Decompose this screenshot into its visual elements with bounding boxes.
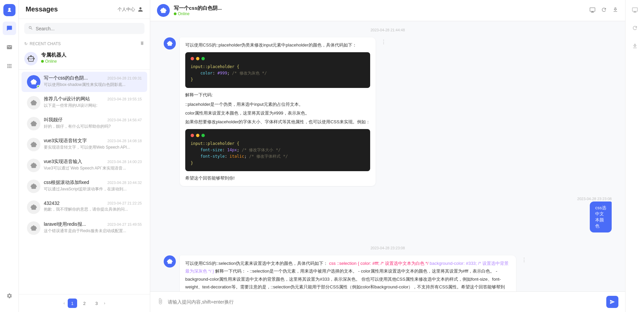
chat-item-time: 2023-04-28 19:55:15 [107, 97, 142, 101]
code-dot-red [191, 134, 194, 137]
chat-item[interactable]: css根据滚动添加fixed 2023-04-28 10:44:32 可以通过J… [22, 176, 147, 196]
chat-item-preview: Vue3可以通过`Web Speech API`来实现语音... [44, 165, 142, 171]
chat-item-name: 432432 [44, 200, 60, 206]
message-group: 2023-04-28 21:44:48 可以使用CSS的::placeholde… [164, 28, 612, 189]
nav-mail-icon[interactable] [3, 40, 16, 54]
featured-chat-name: 专属机器人 [41, 52, 144, 58]
chat-list: 写一个css的白色阴... 2023-04-28 21:09:31 可以使用bo… [19, 70, 150, 294]
chat-item-content: vue3实现语音转文字 2023-04-28 14:08:18 要实现语音转文字… [44, 138, 142, 150]
chat-item-preview: 要实现语音转文字，可以使用Web Speech API... [44, 145, 142, 150]
message-timestamp: 2023-04-28 21:44:48 [164, 28, 612, 32]
right-bar [625, 0, 644, 312]
chat-item-content: 推荐几个ui设计的网站 2023-04-28 19:55:15 以下是一些常用的… [44, 96, 142, 108]
search-box [24, 23, 144, 34]
input-area [150, 291, 625, 312]
bot-bubble-2: 可以使用CSS的::selection伪元素来设置选中文本的颜色，具体代码如下：… [180, 255, 516, 291]
chat-header-name: 写一个css的白色阴... [174, 5, 222, 11]
message-input[interactable] [168, 296, 602, 308]
right-refresh-icon[interactable] [629, 22, 641, 35]
page-btn-1[interactable]: 1 [68, 299, 77, 308]
more-options-icon[interactable]: ⋮ [380, 37, 388, 46]
explanation-line: 如果你想要修改placeholder的字体大小、字体样式等其他属性，也可以使用C… [185, 118, 370, 126]
chat-item-content: css根据滚动添加fixed 2023-04-28 10:44:32 可以通过J… [44, 180, 142, 192]
chat-header-status: Online [174, 11, 222, 16]
chat-item-content: laravel使用redis报... 2023-04-27 15:49:55 这… [44, 221, 142, 234]
explanation-text: 解释一下代码： - ::selection是一个伪元素，用来选中被用户选择的文本… [185, 269, 505, 291]
send-button[interactable] [606, 296, 618, 308]
featured-chat-avatar [24, 52, 38, 65]
code-dot-yellow [196, 134, 199, 137]
download-icon[interactable] [612, 7, 618, 14]
right-monitor-icon[interactable] [629, 4, 641, 17]
code-line: font-size: 14px; /* 修改字体大小 */ [191, 147, 365, 153]
chat-item-content: 432432 2023-04-27 21:22:25 抱歉，我不理解你的意思，请… [44, 200, 142, 212]
search-icon [28, 26, 33, 31]
nav-messages-icon[interactable] [3, 22, 16, 35]
personal-center-label: 个人中心 [118, 6, 135, 12]
svg-point-0 [8, 8, 10, 10]
personal-center-btn[interactable]: 个人中心 [118, 6, 143, 12]
sidebar-header: Messages 个人中心 [19, 0, 150, 19]
bot-message-content-2: 可以使用CSS的::selection伪元素来设置选中文本的颜色，具体代码如下：… [180, 255, 516, 291]
delete-icon[interactable] [140, 41, 144, 46]
chat-item-time: 2023-04-28 10:44:32 [107, 181, 142, 185]
chat-header-avatar [157, 4, 170, 17]
chat-item-name: laravel使用redis报... [44, 221, 86, 227]
nav-apps-icon[interactable] [3, 59, 16, 73]
chat-item[interactable]: vue3实现语音转文字 2023-04-28 14:08:18 要实现语音转文字… [22, 134, 147, 155]
bot-explanation: 解释一下代码: ::placeholder是一个伪类，用来选中input元素的占… [185, 91, 370, 126]
nav-settings-icon[interactable] [3, 289, 16, 303]
recent-chats-label: ↻ RECENT CHATS [24, 41, 61, 46]
right-download-icon[interactable] [629, 40, 641, 53]
prev-page-btn[interactable]: ‹ [64, 301, 65, 306]
user-message-group: 2023-04-28 23:23:08 css选中文本颜色 [164, 197, 612, 238]
sidebar: Messages 个人中心 ↻ RECENT CHATS [19, 0, 150, 312]
chat-item-time: 2023-04-27 21:22:25 [107, 201, 142, 205]
chat-item-name: css根据滚动添加fixed [44, 180, 89, 186]
chat-item[interactable]: laravel使用redis报... 2023-04-27 15:49:55 这… [22, 218, 147, 238]
chat-item-content: 写一个css的白色阴... 2023-04-28 21:09:31 可以使用bo… [44, 75, 142, 88]
code-block-1: input::placeholder { color: #999; /* 修改为… [185, 52, 370, 88]
chat-avatar [27, 180, 40, 193]
chat-item[interactable]: 叫我靓仔 2023-04-28 14:56:47 好的，靓仔，有什么可以帮助你的… [22, 114, 147, 134]
chat-avatar [27, 138, 40, 151]
pagination: ‹ 1 2 3 › [19, 294, 150, 312]
monitor-icon[interactable] [589, 7, 595, 14]
more-options-icon-2[interactable]: ⋮ [520, 255, 528, 264]
chat-header-left: 写一个css的白色阴... Online [157, 4, 222, 17]
user-bubble: css选中文本颜色 [590, 201, 612, 232]
user-message-timestamp: 2023-04-28 23:23:08 [577, 197, 612, 201]
chat-item[interactable]: 432432 2023-04-27 21:22:25 抱歉，我不理解你的意思，请… [22, 197, 147, 217]
chat-item[interactable]: vue3实现语音输入 2023-04-28 14:00:23 Vue3可以通过`… [22, 155, 147, 176]
page-btn-3[interactable]: 3 [92, 299, 101, 308]
app-logo [3, 4, 15, 16]
chat-item-name: vue3实现语音输入 [44, 159, 82, 165]
code-dot-yellow [196, 57, 199, 60]
bot-avatar [164, 37, 176, 50]
search-input[interactable] [36, 26, 140, 31]
featured-chat-status: Online [41, 59, 144, 64]
chat-header-info: 写一个css的白色阴... Online [174, 5, 222, 16]
refresh-icon: ↻ [24, 41, 28, 46]
next-page-btn[interactable]: › [104, 301, 105, 306]
chat-item[interactable]: 推荐几个ui设计的网站 2023-04-28 19:55:15 以下是一些常用的… [22, 93, 147, 113]
message-group-2: 2023-04-28 23:23:08 可以使用CSS的::selection伪… [164, 246, 612, 291]
code-line: } [191, 76, 365, 83]
chat-item-name: 写一个css的白色阴... [44, 75, 88, 81]
attach-icon[interactable] [157, 298, 164, 306]
chat-item-preview: 这个错误通常是由于Redis服务未启动或配置... [44, 228, 142, 234]
code-dot-green [201, 57, 205, 60]
recent-chats-header: ↻ RECENT CHATS [19, 38, 150, 48]
chat-item[interactable]: 写一个css的白色阴... 2023-04-28 21:09:31 可以使用bo… [22, 72, 147, 92]
bot-message-row: 可以使用CSS的::placeholder伪类来修改input元素中placeh… [164, 37, 612, 186]
featured-chat-item[interactable]: 专属机器人 Online [19, 48, 150, 70]
chat-item-name: 叫我靓仔 [44, 117, 63, 123]
chat-header: 写一个css的白色阴... Online [150, 0, 625, 21]
page-btn-2[interactable]: 2 [80, 299, 89, 308]
chat-avatar [27, 96, 40, 110]
bot-bubble: 可以使用CSS的::placeholder伪类来修改input元素中placeh… [180, 37, 376, 186]
bot-avatar-2 [164, 255, 176, 268]
refresh-icon[interactable] [601, 7, 607, 14]
sidebar-title: Messages [26, 5, 58, 13]
chat-item-time: 2023-04-28 14:56:47 [107, 118, 142, 122]
